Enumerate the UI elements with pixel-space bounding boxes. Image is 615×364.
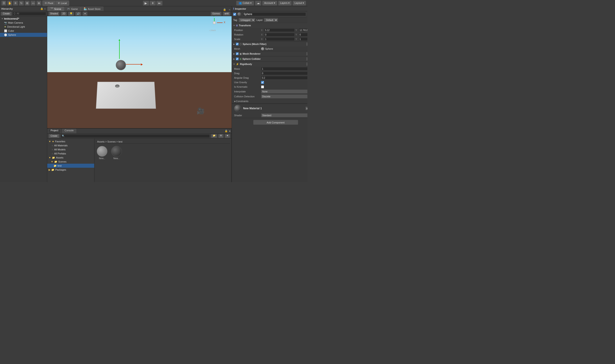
shader-dropdown[interactable]: Standard ▾ — [261, 113, 307, 117]
collision-detection-dropdown[interactable]: Discrete ▾ — [261, 94, 307, 98]
unity-logo-btn[interactable]: ☰ — [1, 1, 6, 6]
local-btn[interactable]: ⊘ Local — [55, 1, 69, 6]
gizmo-center[interactable] — [213, 21, 216, 24]
object-active-checkbox[interactable] — [233, 13, 236, 16]
use-gravity-checkbox[interactable] — [261, 81, 264, 84]
layout-btn[interactable]: Layout ▾ — [293, 1, 306, 6]
2d-btn[interactable]: 2D — [61, 12, 67, 16]
tab-asset-store[interactable]: 🏪 Asset Store — [81, 7, 104, 11]
scale-y-input[interactable]: 1 — [299, 37, 307, 41]
scene-sphere-object[interactable] — [116, 60, 126, 70]
console-tab[interactable]: Console — [62, 129, 76, 133]
gizmos-btn[interactable]: Gizmos — [211, 12, 222, 16]
pos-x-input[interactable]: 5.12 — [264, 28, 295, 32]
pos-y-input[interactable]: 12.76125 — [299, 28, 307, 32]
breadcrumb-assets[interactable]: Assets — [97, 140, 105, 143]
lighting-btn[interactable]: 💡 — [68, 12, 74, 16]
scene-collapse-icon[interactable]: ≡ — [228, 8, 232, 11]
scale-x-input[interactable]: 1 — [264, 37, 295, 41]
hierarchy-item-directional-light[interactable]: ☀ Directional Light — [0, 25, 47, 29]
sphere-collider-expand2-btn[interactable]: ⊞ — [306, 57, 307, 61]
tab-scene[interactable]: 🎬 Scene — [47, 7, 64, 11]
gizmo-back-btn[interactable]: ◁ Back — [209, 29, 216, 31]
packages-folder[interactable]: ▶ 📁 Packages — [47, 168, 94, 172]
audio-btn[interactable]: 🔊 — [75, 12, 81, 16]
project-tab[interactable]: Project — [48, 129, 61, 133]
breadcrumb-test[interactable]: test — [118, 140, 123, 143]
hierarchy-item-cube[interactable]: ⬜ Cube — [0, 29, 47, 33]
play-btn[interactable]: ▶ — [143, 1, 149, 6]
hierarchy-collapse-icon[interactable]: ≡ — [44, 7, 46, 10]
project-lock-icon[interactable]: 🔒 — [225, 130, 228, 132]
step-btn[interactable]: ⏭ — [156, 1, 163, 6]
effects-btn[interactable]: ✦ — [82, 12, 88, 16]
mesh-renderer-header[interactable]: ▶ ▣ Mesh Renderer ⊞ ↗ ⚙ — [232, 51, 307, 56]
hierarchy-lock-icon[interactable]: 🔒 — [40, 7, 43, 10]
rotate-tool-btn[interactable]: ↻ — [19, 1, 24, 6]
move-tool-btn[interactable]: ✛ — [13, 1, 18, 6]
rot-y-input[interactable]: 0 — [299, 33, 307, 36]
hierarchy-item-main-camera[interactable]: 📷 Main Camera — [0, 21, 47, 25]
account-btn[interactable]: Account ▾ — [262, 1, 277, 6]
mesh-filter-expand2-btn[interactable]: ⊞ — [306, 42, 307, 46]
rigidbody-header[interactable]: ▼ ⚡ Rigidbody ⊞ ↗ ⚙ — [232, 62, 307, 66]
project-fav-btn[interactable]: ★ — [225, 134, 230, 138]
hierarchy-item-sphere[interactable]: ⚪ Sphere — [0, 33, 47, 37]
scale-tool-btn[interactable]: ⊞ — [25, 1, 30, 6]
drag-input[interactable]: 0 — [261, 71, 307, 75]
constraints-row[interactable]: ▶ Constraints — [232, 99, 307, 104]
sphere-collider-toggle[interactable] — [236, 58, 239, 60]
project-filter-btn[interactable]: ⚙ — [218, 134, 223, 138]
favorites-folder[interactable]: ▼ ★ Favorites — [47, 139, 94, 143]
rot-x-input[interactable]: 0 — [264, 33, 295, 36]
pivot-btn[interactable]: ⊙ Pivot — [42, 1, 55, 6]
transform-header[interactable]: ▼ ⊞ Transform ⚙ — [232, 23, 307, 28]
project-create-btn[interactable]: Create — [49, 134, 59, 138]
rigidbody-expand2-btn[interactable]: ⊞ — [306, 62, 307, 66]
mass-input[interactable]: 1 — [261, 67, 307, 71]
hierarchy-scene-item[interactable]: ▼ testscenes2* — [0, 17, 47, 21]
hierarchy-search-input[interactable] — [13, 12, 46, 15]
mesh-renderer-toggle[interactable] — [236, 52, 239, 55]
object-name-input[interactable]: Sphere — [242, 12, 306, 16]
all-prefabs-item[interactable]: ○ All Prefabs — [47, 152, 94, 156]
asset-item-0[interactable]: New... — [96, 145, 108, 160]
project-search-input[interactable] — [61, 134, 210, 138]
mesh-filter-toggle[interactable] — [236, 43, 239, 45]
collab-btn[interactable]: 👥 Collab ▾ — [236, 1, 254, 6]
interpolate-dropdown[interactable]: None ▾ — [261, 90, 307, 93]
shaded-dropdown-btn[interactable]: Shaded — [49, 12, 59, 16]
is-kinematic-checkbox[interactable] — [261, 85, 264, 88]
all-btn[interactable]: ⊕All — [223, 12, 230, 16]
scene-platform-object[interactable] — [96, 82, 156, 109]
all-models-item[interactable]: ○ All Models — [47, 147, 94, 152]
material-expand-btn[interactable]: ⊞ — [305, 106, 307, 110]
tab-game[interactable]: 🎮 Game — [64, 7, 81, 11]
angular-drag-input[interactable]: 0.2 — [261, 76, 307, 79]
sphere-collider-header[interactable]: ▶ ⊚ Sphere Collider ⊞ ↗ ⚙ — [232, 56, 307, 61]
assets-folder[interactable]: ▼ 📁 Assets — [47, 156, 94, 160]
all-materials-item[interactable]: ○ All Materials — [47, 143, 94, 147]
hand-tool-btn[interactable]: ✋ — [7, 1, 12, 6]
cloud-btn[interactable]: ☁ — [255, 1, 261, 6]
rect-tool-btn[interactable]: ▭ — [31, 1, 36, 6]
mesh-filter-header[interactable]: ▶ ⬡ Sphere (Mesh Filter) ⊞ ↗ ⚙ — [232, 42, 307, 47]
mesh-renderer-expand2-btn[interactable]: ⊞ — [306, 52, 307, 55]
project-collapse-icon[interactable]: ≡ — [229, 130, 231, 132]
tag-select[interactable]: Untagged — [239, 18, 255, 22]
hierarchy-create-btn[interactable]: Create — [1, 12, 12, 16]
transform-tool-btn[interactable]: ⊕ — [36, 1, 41, 6]
add-component-btn[interactable]: Add Component — [253, 120, 298, 125]
asset-item-1[interactable]: New... — [110, 145, 123, 160]
project-reveal-btn[interactable]: 📁 — [211, 134, 217, 138]
pause-btn[interactable]: ⏸ — [150, 1, 156, 6]
scene-view[interactable]: 🎥 ◁ Back — [47, 16, 232, 128]
scene-lock-icon[interactable]: 🔒 — [222, 8, 228, 11]
test-folder[interactable]: 📁 test — [47, 164, 94, 168]
layers-btn[interactable]: Layers ▾ — [278, 1, 292, 6]
x-axis-handle[interactable] — [126, 64, 141, 65]
breadcrumb-scenes[interactable]: Scenes — [107, 140, 116, 143]
layer-select[interactable]: Default — [264, 18, 278, 22]
y-axis-handle[interactable] — [119, 41, 120, 59]
scenes-folder[interactable]: ▼ 📁 Scenes — [47, 160, 94, 164]
